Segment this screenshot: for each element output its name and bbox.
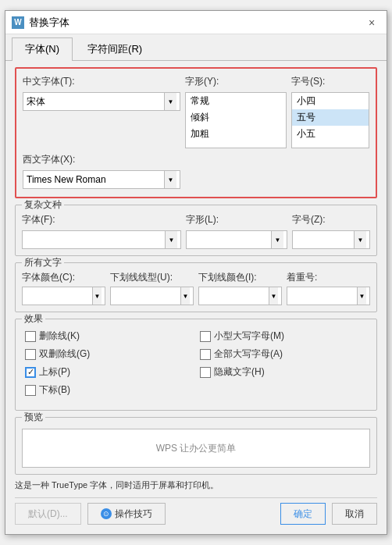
underline-type-combo[interactable]: ▼	[110, 287, 194, 305]
style-label: 字形(Y):	[185, 75, 287, 88]
complex-labels-row: 字体(F): 字形(L): 字号(Z):	[22, 213, 370, 229]
emphasis-combo[interactable]: ▼	[287, 287, 370, 305]
strikethrough-label: 删除线(K)	[39, 329, 80, 343]
cancel-button[interactable]: 取消	[332, 503, 377, 525]
emphasis-label: 着重号:	[287, 271, 370, 284]
size-listbox[interactable]: 小四 五号 小五	[291, 92, 369, 148]
underline-color-arrow: ▼	[269, 287, 278, 305]
complex-style-label: 字形(L):	[186, 213, 287, 226]
complex-section-title: 复杂文种	[22, 198, 64, 212]
underline-color-label: 下划线颜色(I):	[198, 271, 282, 284]
western-font-row: 西文字体(X): Times New Roman ▼	[23, 153, 369, 189]
default-button[interactable]: 默认(D)...	[15, 503, 81, 525]
dialog-body: 中文字体(T): 字形(Y): 字号(S): 宋体 ▼ 常规 倾斜 加粗	[5, 61, 387, 534]
western-font-arrow: ▼	[164, 171, 176, 188]
western-font-combo[interactable]: Times New Roman ▼	[23, 170, 180, 189]
complex-style-combo[interactable]: ▼	[186, 230, 287, 249]
preview-text: WPS 让办公更简单	[156, 442, 237, 455]
style-item-regular[interactable]: 常规	[186, 93, 286, 109]
checkbox-superscript-row: ✓ 上标(P)	[25, 363, 192, 381]
all-text-controls-row: ▼ ▼ ▼ ▼	[22, 287, 370, 305]
title-bar-left: W 替换字体	[12, 16, 69, 30]
all-text-labels-row: 字体颜色(C): 下划线线型(U): 下划线颜色(I): 着重号:	[22, 271, 370, 287]
checkbox-all-caps[interactable]	[200, 349, 211, 360]
size-item-xiaosi[interactable]: 小四	[292, 93, 369, 109]
dialog-title: 替换字体	[29, 16, 69, 30]
size-label: 字号(S):	[291, 75, 369, 88]
preview-box: WPS 让办公更简单	[22, 429, 370, 468]
tips-icon: ⊙	[101, 508, 112, 519]
main-font-labels-row: 中文字体(T): 字形(Y): 字号(S):	[23, 75, 369, 91]
all-text-section-title: 所有文字	[22, 256, 64, 269]
double-strikethrough-label: 双删除线(G)	[39, 347, 90, 361]
tab-font[interactable]: 字体(N)	[12, 37, 73, 61]
size-item-wuhao[interactable]: 五号	[292, 109, 369, 126]
tips-label: 操作技巧	[115, 508, 152, 521]
checkbox-strikethrough[interactable]	[25, 331, 36, 342]
complex-font-arrow: ▼	[165, 231, 177, 248]
tab-spacing[interactable]: 字符间距(R)	[74, 37, 155, 60]
color-label: 字体颜色(C):	[22, 271, 105, 284]
hidden-label: 隐藏文字(H)	[214, 365, 265, 379]
underline-arrow: ▼	[180, 287, 190, 305]
confirm-button[interactable]: 确定	[280, 503, 326, 525]
font-info-text: 这是一种 TrueType 字体，同时适用于屏幕和打印机。	[15, 479, 377, 491]
complex-size-label: 字号(Z):	[292, 213, 370, 226]
checkbox-hidden[interactable]	[200, 367, 211, 378]
checkbox-double-strikethrough[interactable]	[25, 349, 36, 360]
color-arrow: ▼	[92, 287, 102, 305]
checkbox-small-caps[interactable]	[200, 331, 211, 342]
complex-size-arrow: ▼	[354, 231, 366, 248]
underline-color-combo[interactable]: ▼	[198, 287, 282, 305]
effects-grid: 删除线(K) 双删除线(G) ✓ 上标(P)	[22, 322, 370, 404]
effects-section: 效果 删除线(K) 双删除线(G)	[15, 319, 377, 411]
small-caps-label: 小型大写字母(M)	[214, 329, 284, 343]
font-color-combo[interactable]: ▼	[22, 287, 105, 305]
subscript-label: 下标(B)	[39, 383, 70, 397]
checkbox-strikethrough-row: 删除线(K)	[25, 327, 192, 345]
effects-left-col: 删除线(K) 双删除线(G) ✓ 上标(P)	[25, 327, 192, 399]
tips-button[interactable]: ⊙ 操作技巧	[87, 503, 166, 525]
complex-size-combo[interactable]: ▼	[292, 230, 370, 249]
western-font-labels-row: 西文字体(X):	[23, 153, 369, 169]
complex-controls-row: ▼ ▼ ▼	[22, 230, 370, 249]
style-item-italic[interactable]: 倾斜	[186, 109, 286, 126]
style-item-bold[interactable]: 加粗	[186, 126, 286, 142]
app-icon: W	[12, 16, 24, 29]
style-listbox[interactable]: 常规 倾斜 加粗	[185, 92, 287, 148]
superscript-label: 上标(P)	[39, 365, 70, 379]
chinese-font-combo[interactable]: 宋体 ▼	[23, 92, 180, 111]
complex-section: 复杂文种 字体(F): 字形(L): 字号(Z): ▼ ▼ ▼	[15, 205, 377, 256]
main-font-controls-row: 宋体 ▼ 常规 倾斜 加粗 小四 五号 小五	[23, 92, 369, 148]
checkbox-double-strikethrough-row: 双删除线(G)	[25, 345, 192, 363]
checkbox-all-caps-row: 全部大写字母(A)	[200, 345, 367, 363]
chinese-font-value: 宋体	[27, 95, 45, 109]
preview-section: 预览 WPS 让办公更简单	[15, 417, 377, 475]
checkbox-subscript[interactable]	[25, 385, 36, 396]
western-font-controls-row: Times New Roman ▼	[23, 170, 369, 189]
dialog-window: W 替换字体 × 字体(N) 字符间距(R) 中文字体(T): 字形(Y): 字…	[5, 10, 387, 535]
underline-label: 下划线线型(U):	[110, 271, 194, 284]
effects-right-col: 小型大写字母(M) 全部大写字母(A) 隐藏文字(H)	[200, 327, 367, 399]
chinese-font-label: 中文字体(T):	[23, 75, 180, 88]
checkbox-small-caps-row: 小型大写字母(M)	[200, 327, 367, 345]
tab-bar: 字体(N) 字符间距(R)	[5, 37, 387, 61]
button-bar: 默认(D)... ⊙ 操作技巧 确定 取消	[15, 497, 377, 528]
emphasis-arrow: ▼	[357, 287, 366, 305]
western-font-label: 西文字体(X):	[23, 153, 180, 166]
effects-section-title: 效果	[22, 312, 45, 326]
chinese-font-arrow: ▼	[164, 93, 176, 110]
complex-style-arrow: ▼	[271, 231, 283, 248]
title-bar: W 替换字体 ×	[5, 11, 387, 34]
all-caps-label: 全部大写字母(A)	[214, 347, 283, 361]
size-item-xiaowu[interactable]: 小五	[292, 126, 369, 142]
checkbox-subscript-row: 下标(B)	[25, 381, 192, 399]
complex-font-combo[interactable]: ▼	[22, 230, 181, 249]
complex-font-label: 字体(F):	[22, 213, 181, 226]
main-font-section: 中文字体(T): 字形(Y): 字号(S): 宋体 ▼ 常规 倾斜 加粗	[15, 67, 377, 198]
all-text-section: 所有文字 字体颜色(C): 下划线线型(U): 下划线颜色(I): 着重号: ▼…	[15, 262, 377, 312]
checkbox-hidden-row: 隐藏文字(H)	[200, 363, 367, 381]
preview-section-title: 预览	[22, 411, 45, 424]
close-button[interactable]: ×	[363, 14, 380, 31]
checkbox-superscript[interactable]: ✓	[25, 367, 36, 378]
